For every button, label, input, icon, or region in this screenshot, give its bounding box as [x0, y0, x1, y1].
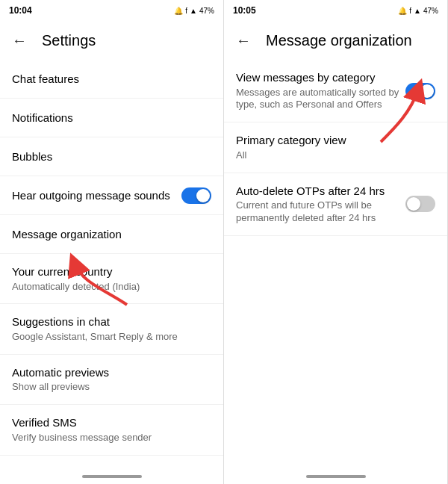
- item-title-chat-features: Chat features: [12, 72, 211, 87]
- item-subtitle-current-country: Automatically detected (India): [12, 281, 211, 294]
- top-bar-right: ← Message organization: [224, 21, 447, 60]
- settings-item-auto-delete-otps[interactable]: Auto-delete OTPs after 24 hrs Current an…: [224, 173, 447, 236]
- settings-item-spam-protection[interactable]: Spam protection: [0, 456, 223, 469]
- item-title-spam-protection: Spam protection: [12, 467, 211, 469]
- item-title-auto-delete-otps: Auto-delete OTPs after 24 hrs: [236, 184, 405, 199]
- signal-icon: ▲: [190, 7, 197, 15]
- item-title-outgoing-sounds: Hear outgoing message sounds: [12, 188, 181, 203]
- battery-icon: 47%: [199, 7, 214, 15]
- item-title-bubbles: Bubbles: [12, 149, 211, 164]
- settings-item-primary-category[interactable]: Primary category view All: [224, 122, 447, 173]
- item-title-notifications: Notifications: [12, 111, 211, 125]
- settings-item-auto-previews[interactable]: Automatic previews Show all previews: [0, 355, 223, 405]
- item-title-current-country: Your current country: [12, 264, 211, 279]
- page-title-left: Settings: [42, 32, 96, 49]
- settings-item-suggestions[interactable]: Suggestions in chat Google Assistant, Sm…: [0, 304, 223, 354]
- top-bar-left: ← Settings: [0, 21, 223, 60]
- settings-item-bubbles[interactable]: Bubbles: [0, 137, 223, 176]
- facebook-icon: f: [185, 7, 187, 15]
- item-title-primary-category: Primary category view: [236, 133, 435, 148]
- item-title-suggestions: Suggestions in chat: [12, 314, 211, 329]
- toggle-view-by-category[interactable]: [405, 83, 435, 99]
- bottom-bar-left: [0, 469, 223, 484]
- status-bar-left: 10:04 🔔 f ▲ 47%: [0, 0, 223, 21]
- item-subtitle-view-by-category: Messages are automatically sorted by typ…: [236, 87, 405, 112]
- toggle-auto-delete-otps[interactable]: [405, 196, 435, 212]
- home-indicator-right: [306, 475, 366, 478]
- settings-item-outgoing-sounds[interactable]: Hear outgoing message sounds: [0, 176, 223, 215]
- settings-item-view-by-category[interactable]: View messages by category Messages are a…: [224, 60, 447, 122]
- settings-item-verified-sms[interactable]: Verified SMS Verify business message sen…: [0, 405, 223, 455]
- item-title-view-by-category: View messages by category: [236, 70, 405, 85]
- status-icons-right: 🔔 f ▲ 47%: [398, 7, 438, 15]
- item-subtitle-auto-delete-otps: Current and future OTPs will be permanen…: [236, 199, 405, 225]
- settings-item-current-country[interactable]: Your current country Automatically detec…: [0, 254, 223, 304]
- back-button-left[interactable]: ←: [12, 32, 27, 49]
- home-indicator-left: [82, 475, 142, 478]
- bottom-bar-right: [224, 469, 447, 484]
- item-title-auto-previews: Automatic previews: [12, 365, 211, 380]
- notification-icon: 🔔: [174, 7, 183, 15]
- back-button-right[interactable]: ←: [236, 32, 251, 49]
- battery-icon-r: 47%: [423, 7, 438, 15]
- item-subtitle-auto-previews: Show all previews: [12, 381, 211, 394]
- notification-icon-r: 🔔: [398, 7, 407, 15]
- item-title-message-org: Message organization: [12, 227, 211, 242]
- toggle-outgoing-sounds[interactable]: [181, 187, 211, 204]
- settings-item-notifications[interactable]: Notifications: [0, 99, 223, 137]
- settings-item-message-org[interactable]: Message organization: [0, 215, 223, 254]
- time-left: 10:04: [9, 5, 32, 16]
- status-bar-right: 10:05 🔔 f ▲ 47%: [224, 0, 447, 21]
- settings-list: Chat features Notifications Bubbles Hear…: [0, 60, 223, 469]
- status-icons-left: 🔔 f ▲ 47%: [174, 7, 214, 15]
- settings-item-chat-features[interactable]: Chat features: [0, 60, 223, 99]
- page-title-right: Message organization: [266, 32, 412, 49]
- item-subtitle-suggestions: Google Assistant, Smart Reply & more: [12, 331, 211, 344]
- item-title-verified-sms: Verified SMS: [12, 415, 211, 430]
- time-right: 10:05: [233, 5, 256, 16]
- item-subtitle-verified-sms: Verify business message sender: [12, 432, 211, 444]
- message-org-list: View messages by category Messages are a…: [224, 60, 447, 469]
- signal-icon-r: ▲: [414, 7, 421, 15]
- item-subtitle-primary-category: All: [236, 149, 435, 162]
- facebook-icon-r: f: [409, 7, 411, 15]
